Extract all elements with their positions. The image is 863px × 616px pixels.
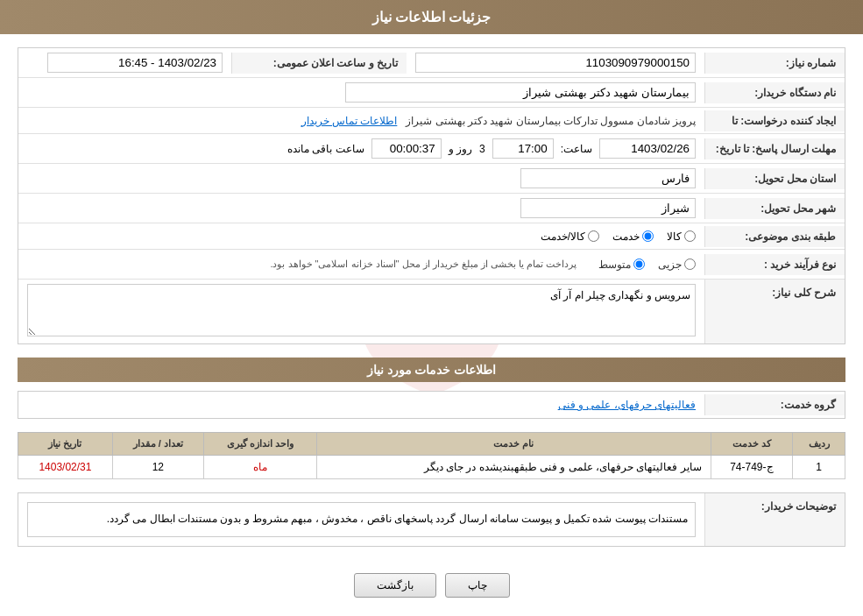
purchase-type-label: نوع فرآیند خرید : (704, 254, 845, 275)
purchase-type-radio-medium[interactable] (633, 258, 645, 270)
creator-value: پرویز شادمان مسوول تداركات بیمارستان شهی… (18, 110, 704, 131)
province-row: استان محل تحویل: (18, 164, 845, 194)
purchase-type-note: پرداخت تمام یا بخشی از مبلغ خریدار از مح… (261, 254, 585, 274)
need-description-wrapper: سرویس و نگهداری چیلر ام آر آی (18, 280, 704, 343)
quantity: 12 (112, 456, 203, 479)
deadline-date-input[interactable] (599, 138, 696, 159)
col-header-unit: واحد اندازه گیری (203, 433, 316, 456)
category-radio-group: کالا خدمت کالا/خدمت (532, 226, 704, 247)
buyer-org-row: نام دستگاه خریدار: (18, 78, 845, 108)
service-group-link[interactable]: فعالیتهای حرفهای، علمی و فنی (558, 399, 696, 411)
creator-row: ایجاد کننده درخواست: تا پرویز شادمان مسو… (18, 108, 845, 134)
page-title: جزئیات اطلاعات نیاز (372, 10, 492, 25)
purchase-type-radios: جزیی متوسط (598, 258, 696, 271)
services-section-header: اطلاعات خدمات مورد نیاز (18, 358, 845, 382)
deadline-day-label: روز و (449, 143, 472, 155)
creator-name: پرویز شادمان مسوول تداركات بیمارستان شهی… (406, 115, 696, 127)
deadline-label: مهلت ارسال پاسخ: تا تاریخ: (704, 138, 845, 159)
category-option-both: کالا/خدمت (541, 230, 599, 243)
service-group-row: گروه خدمت: فعالیتهای حرفهای، علمی و فنی (18, 392, 845, 418)
category-both-label: کالا/خدمت (541, 230, 585, 243)
buyer-org-value (18, 78, 704, 107)
category-service-label: خدمت (612, 230, 640, 243)
col-header-service-code: کد خدمت (711, 433, 793, 456)
purchase-type-small-label: جزیی (658, 258, 682, 271)
category-radio-goods[interactable] (684, 230, 696, 242)
need-description-textarea[interactable]: سرویس و نگهداری چیلر ام آر آی (27, 284, 696, 336)
need-number-row: شماره نیاز: تاریخ و ساعت اعلان عمومی: (18, 48, 845, 78)
purchase-type-small: جزیی (658, 258, 696, 271)
category-radio-both[interactable] (588, 230, 599, 242)
deadline-time-label: ساعت: (561, 143, 592, 155)
province-value (18, 164, 704, 193)
province-input[interactable] (520, 168, 696, 188)
need-number-value (407, 48, 704, 77)
buttons-row: چاپ بازگشت (18, 560, 845, 611)
back-button[interactable]: بازگشت (354, 573, 436, 598)
deadline-inputs: ساعت: 3 روز و ساعت باقی مانده (18, 134, 704, 163)
deadline-remaining-label: ساعت باقی مانده (287, 143, 364, 155)
city-label: شهر محل تحویل: (704, 198, 845, 219)
announce-label: تاریخ و ساعت اعلان عمومی: (231, 53, 407, 74)
need-description-label: شرح کلی نیاز: (704, 280, 845, 343)
buyer-notes-label: توضیحات خریدار: (704, 493, 845, 546)
service-name: سایر فعالیتهای حرفهای، علمی و فنی طبقهبن… (316, 456, 711, 479)
buyer-notes-row: توضیحات خریدار: مستندات پیوست شده تکمیل … (18, 493, 845, 546)
city-value (18, 194, 704, 223)
creator-label: ایجاد کننده درخواست: تا (704, 110, 845, 131)
need-description-row: شرح کلی نیاز: سرویس و نگهداری چیلر ام آر… (18, 280, 845, 343)
buyer-org-input[interactable] (345, 82, 696, 103)
category-option-goods: کالا (667, 230, 696, 243)
table-row: 1 ج-749-74 سایر فعالیتهای حرفهای، علمی و… (18, 456, 845, 479)
services-table: ردیف کد خدمت نام خدمت واحد اندازه گیری ت… (18, 432, 845, 479)
row-num: 1 (793, 456, 845, 479)
category-goods-label: کالا (667, 230, 682, 243)
service-code: ج-749-74 (711, 456, 793, 479)
deadline-time-input[interactable] (492, 138, 554, 159)
unit: ماه (203, 456, 316, 479)
announce-value (18, 48, 231, 77)
deadline-row: مهلت ارسال پاسخ: تا تاریخ: ساعت: 3 روز و… (18, 134, 845, 164)
page-header: جزئیات اطلاعات نیاز (0, 0, 863, 34)
need-number-label: شماره نیاز: (704, 53, 845, 74)
buyer-notes-section: توضیحات خریدار: مستندات پیوست شده تکمیل … (18, 492, 845, 547)
purchase-type-value: جزیی متوسط پرداخت تمام یا بخشی از مبلغ خ… (18, 250, 704, 279)
announce-date-input[interactable] (47, 53, 223, 73)
service-group-section: گروه خدمت: فعالیتهای حرفهای، علمی و فنی (18, 391, 845, 419)
province-label: استان محل تحویل: (704, 168, 845, 189)
buyer-notes-value: مستندات پیوست شده تکمیل و پیوست سامانه ا… (27, 502, 696, 537)
need-number-input[interactable] (415, 53, 696, 73)
page-wrapper: جزئیات اطلاعات نیاز شماره نیاز: تاریخ و … (0, 0, 863, 616)
col-header-row-num: ردیف (793, 433, 845, 456)
purchase-type-medium-label: متوسط (598, 258, 631, 271)
col-header-date: تاریخ نیاز (18, 433, 113, 456)
need-date: 1403/02/31 (18, 456, 113, 479)
service-group-label: گروه خدمت: (704, 394, 845, 415)
purchase-type-medium: متوسط (598, 258, 645, 271)
deadline-remaining-input[interactable] (371, 138, 442, 159)
category-label: طبقه بندی موضوعی: (704, 226, 845, 247)
purchase-type-radio-small[interactable] (684, 258, 696, 270)
contact-link[interactable]: اطلاعات تماس خریدار (301, 115, 398, 127)
main-form-section: شماره نیاز: تاریخ و ساعت اعلان عمومی: نا… (18, 47, 845, 344)
city-input[interactable] (520, 198, 696, 218)
deadline-days-val: 3 (479, 143, 485, 155)
purchase-type-row: نوع فرآیند خرید : جزیی متوسط (18, 250, 845, 280)
category-row: طبقه بندی موضوعی: کالا خدمت کالا/خدمت (18, 223, 845, 250)
buyer-notes-wrapper: مستندات پیوست شده تکمیل و پیوست سامانه ا… (18, 493, 704, 546)
buyer-org-label: نام دستگاه خریدار: (704, 82, 845, 103)
city-row: شهر محل تحویل: (18, 194, 845, 223)
category-radio-service[interactable] (642, 230, 654, 242)
content-area: شماره نیاز: تاریخ و ساعت اعلان عمومی: نا… (0, 34, 863, 616)
col-header-service-name: نام خدمت (316, 433, 711, 456)
service-group-value: فعالیتهای حرفهای، علمی و فنی (18, 394, 704, 415)
print-button[interactable]: چاپ (445, 573, 510, 598)
category-option-service: خدمت (612, 230, 654, 243)
col-header-quantity: تعداد / مقدار (112, 433, 203, 456)
table-header-row: ردیف کد خدمت نام خدمت واحد اندازه گیری ت… (18, 433, 845, 456)
form-content: شماره نیاز: تاریخ و ساعت اعلان عمومی: نا… (18, 47, 845, 611)
